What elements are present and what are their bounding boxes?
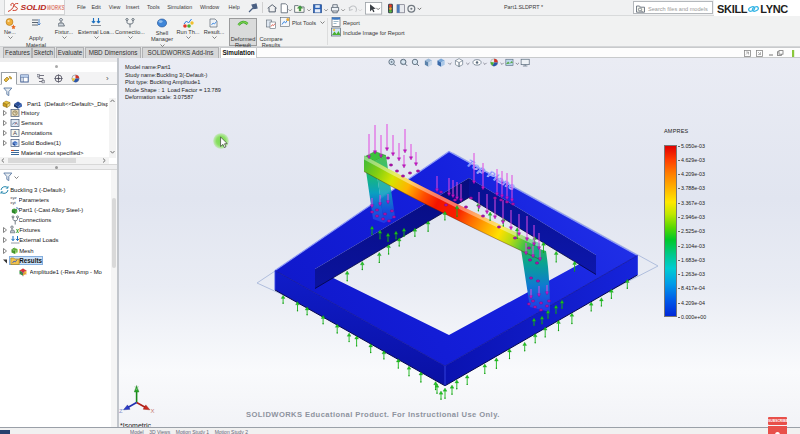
svg-text:A: A <box>13 130 17 136</box>
svg-text:WORKS: WORKS <box>47 3 65 12</box>
svg-text:SOLID: SOLID <box>21 3 48 12</box>
